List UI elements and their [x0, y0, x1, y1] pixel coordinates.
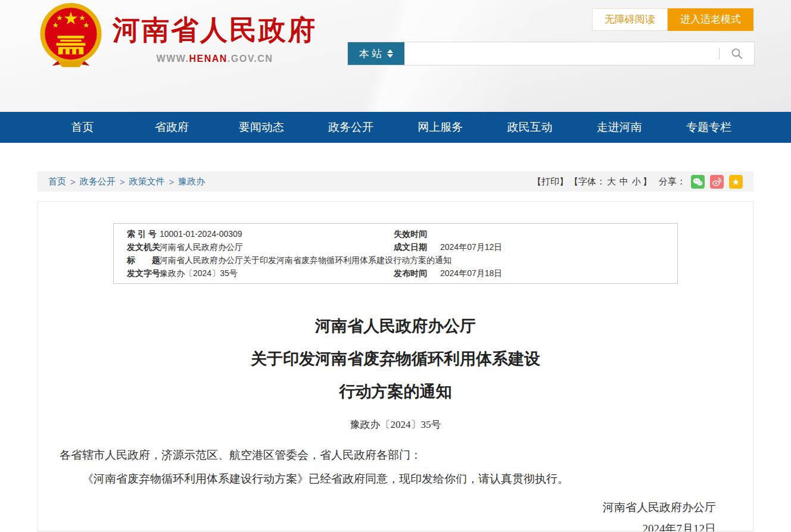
document-paragraph-salutation: 各省辖市人民政府，济源示范区、航空港区管委会，省人民政府各部门：: [60, 443, 731, 467]
nav-item-home[interactable]: 首页: [38, 112, 127, 143]
font-size-large-button[interactable]: 大: [607, 176, 616, 186]
breadcrumb: 首页 > 政务公开 > 政策文件 > 豫政办: [48, 176, 205, 187]
search-scope-label: 本 站: [359, 47, 382, 61]
search-icon: [730, 47, 743, 60]
breadcrumb-home[interactable]: 首页: [48, 176, 66, 187]
meta-row-title: 标 题 河南省人民政府办公厅关于印发河南省废弃物循环利用体系建设行动方案的通知: [114, 254, 677, 267]
accessibility-reading-button[interactable]: 无障碍阅读: [592, 8, 668, 31]
wechat-icon: [693, 177, 703, 186]
meta-issuer-value: 河南省人民政府办公厅: [160, 240, 394, 254]
breadcrumb-yuzhengban[interactable]: 豫政办: [178, 176, 205, 187]
meta-issuer-label: 发文机关: [114, 240, 160, 254]
page: { "brand": { "emblem_icon": "china-natio…: [0, 0, 791, 532]
document-title: 河南省人民政府办公厅 关于印发河南省废弃物循环利用体系建设 行动方案的通知: [38, 310, 753, 408]
site-header: 河南省人民政府 WWW.HENAN.GOV.CN 无障碍阅读 进入适老模式 本 …: [0, 0, 791, 112]
document-paragraphs: 各省辖市人民政府，济源示范区、航空港区管委会，省人民政府各部门： 《河南省废弃物…: [38, 443, 753, 491]
nav-item-about-henan[interactable]: 走进河南: [575, 112, 664, 143]
nav-item-provincial-government[interactable]: 省政府: [127, 112, 216, 143]
site-url-core: HENAN: [189, 54, 227, 64]
font-size-suffix: 】: [643, 176, 652, 186]
nav-item-news[interactable]: 要闻动态: [217, 112, 306, 143]
main-nav-inner: 首页 省政府 要闻动态 政务公开 网上服务 政民互动 走进河南 专题专栏: [38, 112, 753, 143]
meta-title-label: 标 题: [114, 254, 160, 267]
meta-row-issuer: 发文机关 河南省人民政府办公厅 成文日期 2024年07月12日: [114, 240, 677, 254]
signature-organization: 河南省人民政府办公厅: [38, 497, 716, 518]
breadcrumb-policy-documents[interactable]: 政策文件: [129, 176, 165, 187]
breadcrumb-separator: >: [120, 177, 125, 187]
nav-item-online-services[interactable]: 网上服务: [396, 112, 485, 143]
site-url: WWW.HENAN.GOV.CN: [113, 54, 317, 64]
nav-item-public-interaction[interactable]: 政民互动: [485, 112, 574, 143]
document-meta-table: 索 引 号 10001-01-2024-00309 失效时间 发文机关 河南省人…: [113, 223, 678, 284]
share-weibo-button[interactable]: [710, 175, 724, 189]
breadcrumb-bar: 首页 > 政务公开 > 政策文件 > 豫政办 【打印】 【字体：大中小】 分享：: [38, 171, 753, 192]
font-size-small-button[interactable]: 小: [632, 176, 641, 186]
search-input[interactable]: [404, 42, 719, 65]
site-url-www: WWW.: [157, 54, 189, 64]
meta-publish-date-value: 2024年07月18日: [440, 267, 677, 280]
print-button[interactable]: 【打印】: [532, 176, 568, 187]
site-title: 河南省人民政府: [113, 12, 317, 49]
header-actions: 无障碍阅读 进入适老模式: [592, 8, 753, 31]
document-title-line-1: 河南省人民政府办公厅: [38, 310, 753, 343]
meta-expiry-value: [440, 227, 677, 240]
meta-doc-number-label: 发文字号: [114, 267, 160, 280]
font-size-controls: 【字体：大中小】: [569, 176, 652, 187]
nav-item-government-affairs[interactable]: 政务公开: [306, 112, 396, 143]
brand-text: 河南省人民政府 WWW.HENAN.GOV.CN: [113, 2, 317, 64]
site-logo[interactable]: 河南省人民政府 WWW.HENAN.GOV.CN: [38, 2, 317, 69]
meta-doc-number-value: 豫政办〔2024〕35号: [160, 267, 394, 280]
document-body-wrapper: 河南省人民政府办公厅 关于印发河南省废弃物循环利用体系建设 行动方案的通知 豫政…: [38, 310, 753, 532]
meta-index-label: 索 引 号: [114, 227, 160, 240]
document-signature: 河南省人民政府办公厅 2024年7月12日: [38, 497, 753, 532]
chevron-up-down-icon: [387, 49, 393, 58]
elder-mode-button[interactable]: 进入适老模式: [668, 8, 753, 31]
page-toolbar: 【打印】 【字体：大中小】 分享： ★: [532, 175, 743, 189]
document-title-line-3: 行动方案的通知: [38, 375, 753, 408]
signature-date: 2024年7月12日: [38, 518, 716, 532]
document-number: 豫政办〔2024〕35号: [38, 418, 753, 431]
font-size-medium-button[interactable]: 中: [619, 176, 628, 186]
meta-title-value: 河南省人民政府办公厅关于印发河南省废弃物循环利用体系建设行动方案的通知: [160, 254, 677, 267]
share-wechat-button[interactable]: [691, 175, 705, 189]
meta-index-value: 10001-01-2024-00309: [160, 227, 394, 240]
weibo-icon: [712, 177, 722, 186]
meta-row-doc-number: 发文字号 豫政办〔2024〕35号 发布时间 2024年07月18日: [114, 267, 677, 280]
main-nav: 首页 省政府 要闻动态 政务公开 网上服务 政民互动 走进河南 专题专栏: [0, 112, 791, 143]
font-size-prefix: 【字体：: [569, 176, 605, 186]
share-label: 分享：: [659, 176, 686, 187]
document-content: 索 引 号 10001-01-2024-00309 失效时间 发文机关 河南省人…: [38, 201, 753, 532]
search-scope-select[interactable]: 本 站: [348, 42, 404, 65]
nav-item-special-topics[interactable]: 专题专栏: [664, 112, 753, 143]
site-search: 本 站: [347, 42, 755, 65]
breadcrumb-separator: >: [169, 177, 175, 187]
meta-publish-date-label: 发布时间: [394, 267, 440, 280]
meta-expiry-label: 失效时间: [394, 227, 440, 240]
favorite-star-icon: ★: [732, 177, 740, 186]
meta-row-index: 索 引 号 10001-01-2024-00309 失效时间: [114, 227, 677, 240]
breadcrumb-government-affairs[interactable]: 政务公开: [80, 176, 116, 187]
china-national-emblem-icon: [38, 2, 104, 69]
breadcrumb-separator: >: [70, 177, 76, 187]
document-paragraph-main: 《河南省废弃物循环利用体系建设行动方案》已经省政府同意，现印发给你们，请认真贯彻…: [60, 467, 731, 491]
share-favorite-button[interactable]: ★: [729, 175, 743, 189]
search-button[interactable]: [720, 42, 754, 65]
document-title-line-2: 关于印发河南省废弃物循环利用体系建设: [38, 343, 753, 375]
meta-written-date-label: 成文日期: [394, 240, 440, 254]
site-url-tail: .GOV.CN: [228, 54, 273, 64]
meta-written-date-value: 2024年07月12日: [440, 240, 677, 254]
